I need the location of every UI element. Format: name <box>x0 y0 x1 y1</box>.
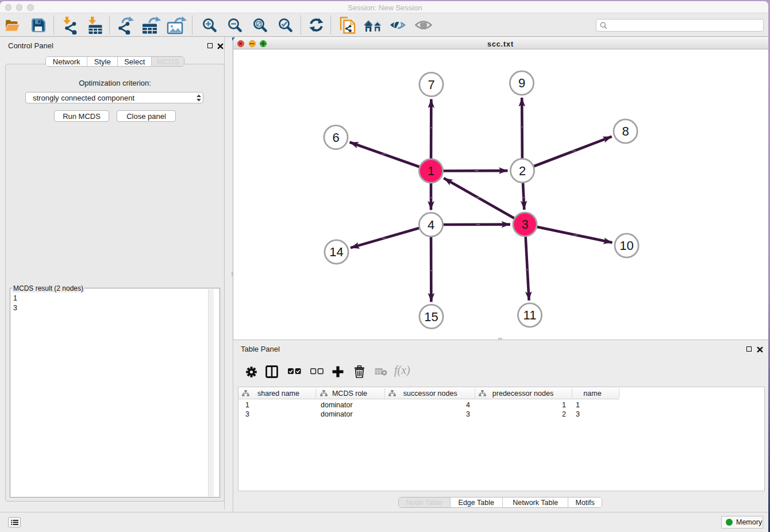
svg-text:4: 4 <box>428 218 434 232</box>
svg-text:7: 7 <box>428 78 434 92</box>
svg-text:14: 14 <box>329 245 343 259</box>
svg-text:10: 10 <box>619 238 633 253</box>
svg-text:1: 1 <box>428 164 434 178</box>
svg-text:6: 6 <box>332 130 339 145</box>
svg-text:2: 2 <box>519 164 526 178</box>
svg-text:15: 15 <box>424 310 438 324</box>
svg-text:8: 8 <box>622 124 629 138</box>
svg-text:11: 11 <box>523 308 537 322</box>
svg-text:9: 9 <box>518 76 525 90</box>
svg-text:3: 3 <box>521 217 528 232</box>
